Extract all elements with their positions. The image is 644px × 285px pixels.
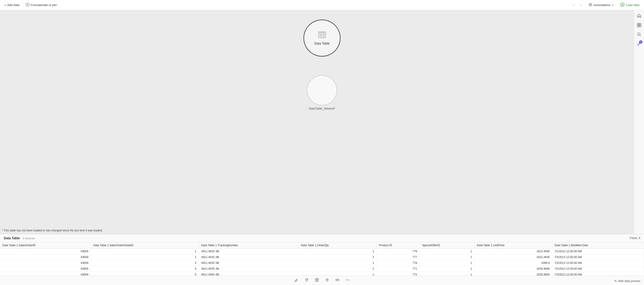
hide-preview-button[interactable]: Hide data preview bbox=[614, 280, 640, 283]
refresh-panel-button[interactable] bbox=[304, 277, 310, 284]
svg-point-28 bbox=[347, 280, 348, 280]
table-cell: 7/1/2013 12:00:00 AM bbox=[552, 248, 644, 254]
svg-rect-13 bbox=[639, 23, 641, 25]
associations-icon bbox=[588, 3, 592, 7]
table-cell: 1 bbox=[298, 248, 376, 254]
table-row: 4365954911-403C-98177211835.99467/3/2013… bbox=[0, 272, 644, 276]
data-table-circle[interactable]: Data Table bbox=[304, 20, 340, 57]
more-panel-button[interactable] bbox=[344, 277, 351, 284]
table-cell: 1 bbox=[298, 266, 376, 272]
add-data-button[interactable]: + Add data bbox=[3, 2, 21, 8]
undo-redo-group: ← → bbox=[571, 2, 584, 8]
toolbar: + Add data Concatenate or join ← → bbox=[0, 0, 644, 10]
panel-sources: 2 sources bbox=[23, 237, 35, 240]
table-cell: 776 bbox=[376, 248, 420, 254]
fields-count: Fields: 8 bbox=[630, 236, 640, 240]
edit-badge: 1 bbox=[639, 40, 642, 44]
table-cell: 7/3/2013 12:00:00 AM bbox=[552, 272, 644, 276]
table-cell: 5 bbox=[91, 272, 199, 276]
toolbar-left: + Add data Concatenate or join bbox=[3, 2, 58, 8]
svg-point-16 bbox=[638, 33, 640, 36]
link-panel-button[interactable] bbox=[334, 277, 340, 284]
table-cell: 1 bbox=[91, 248, 199, 254]
table-cell: 43659 bbox=[0, 266, 91, 272]
split-panel-button[interactable] bbox=[324, 277, 330, 284]
table-cell: 1 bbox=[298, 272, 376, 276]
svg-rect-8 bbox=[318, 32, 326, 33]
data-table: Data Table 1.SalesOrderID Data Table 1.S… bbox=[0, 242, 644, 276]
table-cell: 1835.9946 bbox=[474, 266, 552, 272]
col-product-id: Product ID bbox=[376, 242, 420, 248]
concatenate-join-button[interactable]: Concatenate or join bbox=[24, 2, 58, 8]
table-cell: 1 bbox=[420, 272, 474, 276]
table-cell: 4911-403C-98 bbox=[199, 272, 298, 276]
home-sidebar-icon[interactable] bbox=[636, 12, 643, 20]
warning-text: * This table has not been loaded or has … bbox=[2, 229, 102, 232]
table-cell: 1822.4946 bbox=[474, 254, 552, 260]
table-cell: 1 bbox=[298, 260, 376, 266]
redo-button[interactable]: → bbox=[578, 2, 584, 8]
table-cell: 7/2/2013 12:00:00 AM bbox=[552, 260, 644, 266]
data-table-wrapper[interactable]: Data Table 1.SalesOrderID Data Table 1.S… bbox=[0, 242, 644, 276]
table-header-row: Data Table 1.SalesOrderID Data Table 1.S… bbox=[0, 242, 644, 248]
table-row: 4365914911-403C-98177611822.49467/1/2013… bbox=[0, 248, 644, 254]
delete-panel-button[interactable] bbox=[314, 277, 320, 284]
table-cell: 772 bbox=[376, 272, 420, 276]
table-cell: 4 bbox=[91, 266, 199, 272]
concat-icon bbox=[26, 3, 30, 7]
load-data-button[interactable]: Load data bbox=[618, 2, 641, 8]
svg-rect-19 bbox=[316, 279, 318, 281]
plus-icon: + bbox=[4, 3, 6, 7]
datatable-newest-circle[interactable] bbox=[307, 75, 337, 105]
bottom-panel: Data Table 2 sources Fields: 8 Data Tabl… bbox=[0, 234, 644, 285]
search-sidebar-icon[interactable] bbox=[636, 31, 643, 38]
right-sidebar: 1 bbox=[634, 10, 644, 234]
table-cell: 777 bbox=[376, 254, 420, 260]
col-modified-date: Data Table 1.Modified Date bbox=[552, 242, 644, 248]
panel-title: Data Table bbox=[4, 236, 20, 240]
table-cell: 1 bbox=[420, 254, 474, 260]
load-data-icon bbox=[620, 2, 624, 8]
grid-sidebar-icon[interactable] bbox=[636, 21, 643, 29]
panel-header: Data Table 2 sources Fields: 8 bbox=[0, 234, 644, 242]
table-cell: 43659 bbox=[0, 254, 91, 260]
data-table-node[interactable]: Data Table bbox=[304, 20, 340, 57]
col-unit-price: Data Table 1.UnitPrice bbox=[474, 242, 552, 248]
table-cell: 1098.9 bbox=[474, 260, 552, 266]
table-cell: 1 bbox=[420, 266, 474, 272]
table-cell: 7/2/2013 12:00:00 AM bbox=[552, 266, 644, 272]
col-sales-order-id: Data Table 1.SalesOrderID bbox=[0, 242, 91, 248]
col-sales-order-detail-id: Data Table 1.SalesOrderDetailID bbox=[91, 242, 199, 248]
panel-title-group: Data Table 2 sources bbox=[4, 236, 35, 240]
canvas-area: Data Table DataTable_Newest* * This tabl… bbox=[0, 10, 644, 234]
svg-rect-1 bbox=[28, 3, 30, 6]
toolbar-right: ← → Associations ▼ Load da bbox=[571, 2, 641, 8]
datatable-newest-label: DataTable_Newest* bbox=[309, 107, 335, 110]
table-row: 4365944911-403C-98177111835.99467/2/2013… bbox=[0, 266, 644, 272]
associations-button[interactable]: Associations ▼ bbox=[587, 2, 616, 8]
col-special-offer-id: SpecialOfferID bbox=[420, 242, 474, 248]
datatable-newest-node[interactable]: DataTable_Newest* bbox=[307, 75, 337, 110]
table-cell: 1822.4946 bbox=[474, 248, 552, 254]
table-cell: 4911-403C-98 bbox=[199, 266, 298, 272]
hide-icon bbox=[614, 280, 617, 283]
edit-sidebar-icon[interactable]: 1 bbox=[636, 40, 643, 47]
svg-rect-14 bbox=[637, 25, 639, 27]
table-cell: 778 bbox=[376, 260, 420, 266]
table-cell: 43659 bbox=[0, 260, 91, 266]
table-row: 4365924911-403C-98377711822.49467/2/2013… bbox=[0, 254, 644, 260]
table-cell: 4911-403C-98 bbox=[199, 254, 298, 260]
undo-button[interactable]: ← bbox=[571, 2, 577, 8]
svg-point-27 bbox=[346, 280, 347, 280]
edit-panel-button[interactable] bbox=[293, 277, 300, 284]
table-cell: 7/2/2013 12:00:00 AM bbox=[552, 254, 644, 260]
svg-rect-15 bbox=[639, 25, 641, 27]
col-order-qty: Data Table 1.OrderQty bbox=[298, 242, 376, 248]
table-cell: 1 bbox=[420, 260, 474, 266]
chevron-down-icon: ▼ bbox=[612, 4, 614, 6]
table-icon bbox=[318, 31, 326, 40]
table-cell: 43659 bbox=[0, 272, 91, 276]
table-cell: 2 bbox=[91, 254, 199, 260]
table-cell: 3 bbox=[298, 254, 376, 260]
svg-point-29 bbox=[348, 280, 349, 280]
